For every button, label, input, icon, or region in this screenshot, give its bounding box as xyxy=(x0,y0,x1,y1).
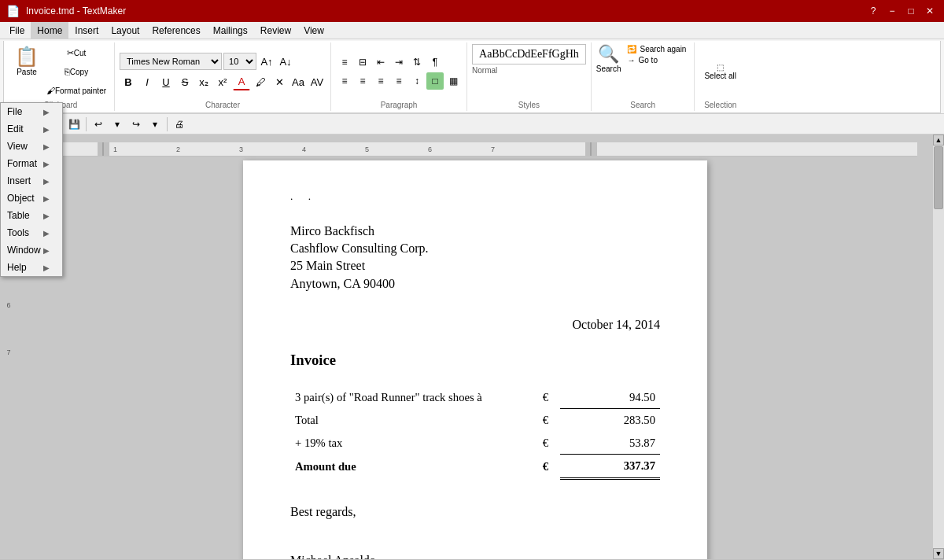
document-page[interactable]: · · Mirco Backfisch Cashflow Consulting … xyxy=(243,160,707,559)
align-right-button[interactable]: ≡ xyxy=(372,72,389,90)
search-subgroup: 🔁 Search again → Go to xyxy=(624,44,689,65)
svg-text:7: 7 xyxy=(491,146,495,153)
go-to-button[interactable]: → Go to xyxy=(624,55,689,65)
search-button[interactable]: 🔍 Search xyxy=(596,44,621,73)
cut-icon: ✂ xyxy=(67,48,74,58)
menu-home[interactable]: Home xyxy=(31,22,68,39)
paste-button[interactable]: 📋 Paste xyxy=(12,44,42,78)
list-ordered-button[interactable]: ⊟ xyxy=(354,53,371,71)
redo-button[interactable]: ↪ xyxy=(127,116,145,133)
maximize-button[interactable]: □ xyxy=(903,3,919,19)
minimize-button[interactable]: − xyxy=(884,3,900,19)
amount-due-label: Amount due xyxy=(290,455,531,479)
context-menu: File▶ Edit▶ View▶ Format▶ Insert▶ Object… xyxy=(0,134,63,277)
show-formatting-button[interactable]: ¶ xyxy=(426,53,444,71)
save-button[interactable]: 💾 xyxy=(65,116,83,133)
undo-button[interactable]: ↩ xyxy=(90,116,107,133)
sender-name: Mirco Backfisch xyxy=(290,223,660,240)
scroll-thumb[interactable] xyxy=(934,146,943,209)
font-color-button[interactable]: A xyxy=(233,73,250,90)
row2-amount: 283.50 xyxy=(560,409,660,432)
vertical-scrollbar[interactable]: ▲ ▼ xyxy=(933,134,944,559)
menu-references[interactable]: References xyxy=(146,22,206,39)
indent-increase-button[interactable]: ⇥ xyxy=(390,53,407,71)
align-center-button[interactable]: ≡ xyxy=(354,72,371,90)
bold-button[interactable]: B xyxy=(120,73,137,90)
align-left-button[interactable]: ≡ xyxy=(336,72,353,90)
ctx-help[interactable]: Help▶ xyxy=(1,259,62,276)
row3-currency: € xyxy=(531,432,561,455)
search-group-label: Search xyxy=(630,99,655,109)
shrink-font-button[interactable]: A↓ xyxy=(277,53,294,70)
quick-access-toolbar: 📄 📂 ▾ 💾 ↩ ▾ ↪ ▾ 🖨 xyxy=(0,114,944,134)
signer-name: Michael Ansaldo xyxy=(290,554,376,559)
title-bar: 📄 Invoice.tmd - TextMaker ? − □ ✕ xyxy=(0,0,944,22)
subscript-button[interactable]: x₂ xyxy=(195,73,212,90)
clear-format-button[interactable]: ✕ xyxy=(271,73,288,90)
align-justify-button[interactable]: ≡ xyxy=(390,72,407,90)
ctx-format[interactable]: Format▶ xyxy=(1,155,62,172)
find-replace-button[interactable]: 🔁 Search again xyxy=(624,44,689,54)
paragraph-group-label: Paragraph xyxy=(381,99,418,109)
sort-button[interactable]: ⇅ xyxy=(408,53,426,71)
sender-company: Cashflow Consulting Corp. xyxy=(290,240,660,257)
menu-review[interactable]: Review xyxy=(254,22,297,39)
ribbon-group-selection: ⬚ Select all Selection xyxy=(695,42,746,111)
document-area[interactable]: 1 2 3 4 5 6 7 · · Mirco Backfisch Cashfl… xyxy=(17,134,933,559)
paste-label: Paste xyxy=(17,68,37,76)
styles-group-label: Styles xyxy=(518,99,540,109)
format-painter-icon: 🖌 xyxy=(46,86,55,95)
menu-bar: File Home Insert Layout References Maili… xyxy=(0,22,944,39)
redo-dropdown-button[interactable]: ▾ xyxy=(146,116,164,133)
svg-rect-0 xyxy=(50,142,917,157)
menu-layout[interactable]: Layout xyxy=(105,22,146,39)
underline-button[interactable]: U xyxy=(157,73,175,90)
scroll-up-button[interactable]: ▲ xyxy=(933,134,944,146)
page-dots: · · xyxy=(290,192,660,207)
close-button[interactable]: ✕ xyxy=(922,3,938,19)
undo-dropdown-button[interactable]: ▾ xyxy=(109,116,126,133)
copy-icon: ⎘ xyxy=(65,67,70,76)
indent-decrease-button[interactable]: ⇤ xyxy=(372,53,389,71)
ctx-insert[interactable]: Insert▶ xyxy=(1,172,62,190)
menu-view[interactable]: View xyxy=(297,22,330,39)
scroll-down-button[interactable]: ▼ xyxy=(933,548,944,559)
border-button[interactable]: ▦ xyxy=(444,72,462,90)
copy-button[interactable]: ⎘ Copy xyxy=(43,63,109,80)
shading-button[interactable]: □ xyxy=(426,72,444,90)
line-spacing-button[interactable]: ↕ xyxy=(408,72,426,90)
svg-text:3: 3 xyxy=(239,146,243,153)
address-block: Mirco Backfisch Cashflow Consulting Corp… xyxy=(290,223,660,293)
list-unordered-button[interactable]: ≡ xyxy=(336,53,353,71)
ribbon-group-clipboard: 📋 Paste ✂ Cut ⎘ Copy 🖌 Format painter xyxy=(7,42,115,111)
styles-preview[interactable]: AaBbCcDdEeFfGgHh xyxy=(472,44,586,64)
highlight-button[interactable]: 🖊 xyxy=(252,73,269,90)
superscript-button[interactable]: x² xyxy=(214,73,231,90)
format-painter-button[interactable]: 🖌 Format painter xyxy=(43,82,109,99)
amount-due-value: 337.37 xyxy=(560,455,660,479)
select-all-button[interactable]: ⬚ Select all xyxy=(699,53,741,90)
grow-font-button[interactable]: A↑ xyxy=(258,53,275,70)
print-button[interactable]: 🖨 xyxy=(171,116,188,133)
char-spacing-button[interactable]: AV xyxy=(308,73,326,90)
menu-mailings[interactable]: Mailings xyxy=(207,22,254,39)
scroll-track[interactable] xyxy=(933,146,944,548)
svg-text:4: 4 xyxy=(302,146,306,153)
menu-file[interactable]: File xyxy=(3,22,31,39)
font-name-select[interactable]: Times New Roman xyxy=(120,53,222,70)
format-case-button[interactable]: Aa xyxy=(289,73,307,90)
styles-name: Normal xyxy=(472,66,497,75)
ctx-window[interactable]: Window▶ xyxy=(1,241,62,259)
window-title: Invoice.tmd - TextMaker xyxy=(26,6,126,17)
ctx-object[interactable]: Object▶ xyxy=(1,190,62,207)
menu-insert[interactable]: Insert xyxy=(68,22,105,39)
ctx-tools[interactable]: Tools▶ xyxy=(1,224,62,241)
cut-button[interactable]: ✂ Cut xyxy=(43,44,109,61)
italic-button[interactable]: I xyxy=(138,73,156,90)
help-button[interactable]: ? xyxy=(865,3,881,19)
ctx-table[interactable]: Table▶ xyxy=(1,207,62,224)
font-size-select[interactable]: 10 xyxy=(223,53,256,70)
strikethrough-button[interactable]: S xyxy=(176,73,194,90)
signature: Michael Ansaldo xyxy=(290,552,660,559)
ctx-view[interactable]: View▶ xyxy=(1,138,62,155)
